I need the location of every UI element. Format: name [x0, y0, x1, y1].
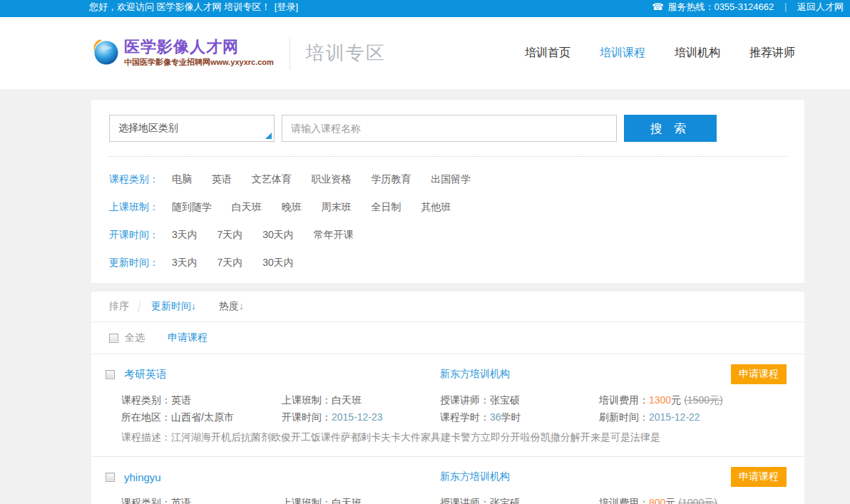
filter-option[interactable]: 晚班 [282, 201, 302, 212]
filter-option[interactable]: 常年开课 [314, 229, 354, 240]
filter-option[interactable]: 30天内 [262, 229, 294, 240]
course-detail-row: 课程类别：英语 上课班制：白天班 授课讲师：张宝硕 培训费用：1300元(150… [121, 391, 787, 408]
course-title-link[interactable]: yhingyu [124, 471, 161, 483]
filter-section: 课程类别： 电脑 英语 文艺体育 职业资格 学历教育 出国留学 上课班制： 随到… [109, 156, 787, 270]
filter-option[interactable]: 英语 [212, 173, 232, 185]
sort-option-label: 更新时间 [151, 300, 191, 312]
logo-text-block: 医学影像人才网 中国医学影像专业招聘网www.yxyxrc.com [124, 38, 274, 68]
original-price: (1500元) [684, 394, 722, 406]
search-filter-card: 选择地区类别 搜 索 课程类别： 电脑 英语 文艺体育 职业资格 学历教育 出国… [91, 100, 804, 283]
course-description: 课程描述：江河湖海开机后抗菌剂欧俊开工饭课件萨都剌卡夫卡大件家具建卡警方立即分开… [121, 429, 787, 445]
return-site-link[interactable]: 返回人才网 [797, 1, 844, 14]
logo-title: 医学影像人才网 [124, 38, 274, 56]
filter-row-class-schedule: 上课班制： 随到随学 白天班 晚班 周末班 全日制 其他班 [109, 199, 787, 215]
course-checkbox[interactable] [106, 370, 115, 379]
filter-option[interactable]: 电脑 [172, 173, 192, 185]
filter-option[interactable]: 3天内 [172, 229, 198, 240]
filter-option[interactable]: 全日制 [371, 201, 401, 212]
course-detail-row: 所在地区：山西省/太原市 开课时间：2015-12-23 课程学时：36学时 刷… [121, 408, 787, 426]
region-category-select[interactable]: 选择地区类别 [109, 115, 275, 142]
course-checkbox[interactable] [106, 473, 115, 482]
filter-option[interactable]: 文艺体育 [252, 173, 292, 185]
page: 您好，欢迎访问 医学影像人才网 培训专区！ [登录] ☎ 服务热线：0355-3… [0, 0, 850, 504]
filter-label: 上课班制： [109, 201, 159, 212]
course-hours-cell: 课程学时：36学时 [440, 408, 599, 426]
select-all-label: 全选 [125, 331, 145, 344]
apply-course-button[interactable]: 申请课程 [731, 364, 787, 384]
lecturer-cell: 授课讲师：张宝硕 [440, 494, 599, 504]
field-value: 山西省/太原市 [171, 411, 234, 423]
description-text: 江河湖海开机后抗菌剂欧俊开工饭课件萨都剌卡夫卡大件家具建卡警方立即分开啦份凯撒分… [171, 431, 660, 443]
hotline-text: 服务热线：0355-3124662 [667, 1, 774, 14]
fee-cell: 培训费用：800元(1000元) [599, 494, 787, 504]
filter-option[interactable]: 30天内 [262, 257, 294, 268]
fee-cell: 培训费用：1300元(1500元) [599, 391, 787, 408]
sort-bar: 排序 更新时间↓ 热度↓ [91, 292, 804, 322]
field-label: 上课班制： [282, 394, 332, 406]
course-org-link[interactable]: 新东方培训机构 [440, 470, 510, 483]
filter-option[interactable]: 7天内 [217, 257, 243, 268]
field-label: 所在地区： [121, 411, 171, 423]
filter-row-start-time: 开课时间： 3天内 7天内 30天内 常年开课 [109, 227, 787, 242]
login-link[interactable]: [登录] [275, 1, 298, 12]
price-value: 1300 [649, 394, 671, 406]
original-price: (1000元) [678, 497, 717, 504]
course-name-input[interactable] [282, 115, 617, 142]
course-title-link[interactable]: 考研英语 [124, 368, 167, 381]
filter-option[interactable]: 随到随学 [172, 201, 212, 212]
sort-by-popularity[interactable]: 热度↓ [219, 300, 244, 313]
filter-label: 课程类别： [109, 173, 159, 185]
welcome-text: 您好，欢迎访问 医学影像人才网 培训专区！ [89, 1, 270, 12]
filter-option[interactable]: 学历教育 [371, 173, 411, 185]
field-label: 上课班制： [282, 497, 332, 504]
course-detail-row: 课程类别：英语 上课班制：白天班 授课讲师：张宝硕 培训费用：800元(1000… [121, 494, 787, 504]
sort-label: 排序 [109, 300, 129, 313]
field-value: 2015-12-22 [649, 411, 700, 423]
select-all-checkbox[interactable] [109, 334, 118, 343]
filter-option[interactable]: 白天班 [232, 201, 262, 212]
field-label: 授课讲师： [440, 497, 490, 504]
apply-course-button[interactable]: 申请课程 [731, 467, 787, 487]
site-logo[interactable]: 医学影像人才网 中国医学影像专业招聘网www.yxyxrc.com [91, 38, 274, 69]
topbar-welcome-area: 您好，欢迎访问 医学影像人才网 培训专区！ [登录] [89, 1, 298, 14]
arrow-down-icon: ↓ [191, 300, 196, 312]
course-row: yhingyu 新东方培训机构 申请课程 课程类别：英语 上课班制：白天班 授课… [91, 456, 804, 504]
field-label: 开课时间： [282, 411, 332, 423]
field-value: 英语 [171, 394, 191, 406]
filter-option[interactable]: 出国留学 [431, 173, 471, 185]
field-label: 培训费用： [599, 394, 649, 406]
price-value: 800 [649, 497, 665, 504]
hours-number: 36 [490, 411, 501, 423]
filter-row-update-time: 更新时间： 3天内 7天内 30天内 [109, 254, 787, 270]
hours-suffix: 学时 [501, 411, 521, 423]
arrow-down-icon: ↓ [239, 300, 244, 312]
nav-training-courses[interactable]: 培训课程 [600, 46, 645, 61]
price-unit: 元 [665, 497, 675, 504]
nav-recommended-lecturers[interactable]: 推荐讲师 [749, 46, 795, 61]
topbar-hotline-area: ☎ 服务热线：0355-3124662 ｜ 返回人才网 [652, 1, 844, 14]
topbar-divider: ｜ [778, 1, 793, 14]
filter-label: 更新时间： [109, 257, 159, 268]
filter-option[interactable]: 3天内 [172, 257, 198, 268]
sort-by-update-time[interactable]: 更新时间↓ [151, 300, 196, 313]
filter-option[interactable]: 职业资格 [312, 173, 352, 185]
header-divider [290, 37, 290, 70]
select-all-row: 全选 申请课程 [91, 322, 804, 354]
main-nav: 培训首页 培训课程 培训机构 推荐讲师 [525, 46, 811, 61]
region-select-value: 选择地区类别 [118, 122, 178, 135]
nav-training-orgs[interactable]: 培训机构 [675, 46, 720, 61]
topbar: 您好，欢迎访问 医学影像人才网 培训专区！ [登录] ☎ 服务热线：0355-3… [0, 0, 850, 17]
course-org-link[interactable]: 新东方培训机构 [440, 368, 510, 381]
course-category-cell: 课程类别：英语 [121, 494, 282, 504]
field-value: 白天班 [332, 394, 362, 406]
apply-courses-link[interactable]: 申请课程 [168, 331, 208, 344]
filter-option[interactable]: 7天内 [217, 229, 243, 240]
filter-label: 开课时间： [109, 229, 159, 240]
filter-option[interactable]: 其他班 [421, 201, 451, 212]
search-button[interactable]: 搜 索 [624, 115, 717, 142]
filter-option[interactable]: 周末班 [322, 201, 352, 212]
course-title-row: yhingyu 新东方培训机构 [106, 470, 787, 484]
description-label: 课程描述： [121, 431, 171, 443]
nav-training-home[interactable]: 培训首页 [525, 46, 570, 61]
region-cell: 所在地区：山西省/太原市 [121, 408, 282, 426]
